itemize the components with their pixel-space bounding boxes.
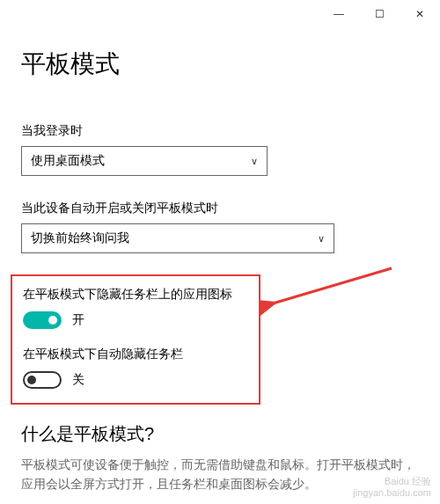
login-behavior-dropdown[interactable]: 使用桌面模式 ∨	[21, 146, 268, 176]
toggle-auto-hide-taskbar[interactable]	[23, 371, 62, 389]
toggle-hide-app-icons-group: 在平板模式下隐藏任务栏上的应用图标 开	[23, 287, 248, 329]
close-button[interactable]: ✕	[400, 0, 440, 28]
toggle-label: 在平板模式下隐藏任务栏上的应用图标	[23, 287, 248, 303]
page-title: 平板模式	[21, 47, 419, 81]
login-behavior-label: 当我登录时	[21, 123, 419, 139]
minimize-button[interactable]: —	[319, 0, 359, 28]
auto-switch-label: 当此设备自动开启或关闭平板模式时	[21, 201, 419, 216]
toggle-state-text: 关	[72, 372, 84, 388]
dropdown-value: 使用桌面模式	[31, 153, 105, 169]
toggle-hide-app-icons[interactable]	[23, 311, 62, 329]
toggle-auto-hide-taskbar-group: 在平板模式下自动隐藏任务栏 关	[23, 347, 248, 389]
dropdown-value: 切换前始终询问我	[31, 230, 129, 246]
chevron-down-icon: ∨	[318, 233, 325, 245]
window-titlebar: — ☐ ✕	[0, 0, 440, 28]
settings-content: 平板模式 当我登录时 使用桌面模式 ∨ 当此设备自动开启或关闭平板模式时 切换前…	[0, 47, 440, 504]
info-heading: 什么是平板模式?	[21, 422, 419, 446]
chevron-down-icon: ∨	[251, 156, 258, 167]
maximize-button[interactable]: ☐	[359, 0, 400, 28]
annotation-highlight: 在平板模式下隐藏任务栏上的应用图标 开 在平板模式下自动隐藏任务栏 关	[11, 274, 260, 405]
watermark: Baidu 经验 jingyan.baidu.com	[353, 476, 431, 499]
toggle-label: 在平板模式下自动隐藏任务栏	[23, 347, 248, 362]
auto-switch-dropdown[interactable]: 切换前始终询问我 ∨	[21, 223, 334, 253]
toggle-state-text: 开	[72, 312, 84, 328]
